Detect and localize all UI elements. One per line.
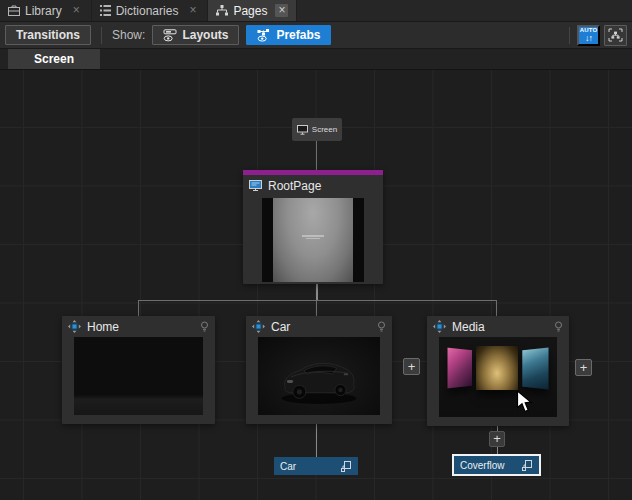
fit-to-view-icon bbox=[608, 28, 623, 42]
page-monitor-icon bbox=[249, 180, 262, 191]
node-label: RootPage bbox=[268, 179, 321, 193]
tab-label: Library bbox=[25, 4, 62, 18]
tab-dictionaries[interactable]: Dictionaries × bbox=[92, 0, 209, 21]
close-icon[interactable]: × bbox=[275, 4, 288, 17]
node-label: Home bbox=[87, 320, 119, 334]
reference-label: Car bbox=[280, 461, 296, 472]
tab-library[interactable]: Library × bbox=[0, 0, 92, 21]
tab-label: Dictionaries bbox=[116, 4, 179, 18]
document-tab-bar: Library × Dictionaries × Pages × bbox=[0, 0, 632, 22]
reference-chip-coverflow[interactable]: Coverflow bbox=[452, 454, 541, 476]
reference-label: Coverflow bbox=[460, 460, 504, 471]
mouse-cursor bbox=[516, 390, 533, 414]
auto-arrange-button[interactable]: AUTO ↓↑ bbox=[577, 25, 600, 46]
node-label: Media bbox=[452, 320, 485, 334]
car-preview bbox=[258, 337, 380, 415]
lightbulb-icon[interactable] bbox=[554, 321, 563, 333]
context-tab-bar: Screen bbox=[0, 49, 632, 70]
tab-label: Pages bbox=[233, 4, 267, 18]
media-preview bbox=[439, 337, 557, 417]
layouts-toggle-button[interactable]: Layouts bbox=[152, 25, 239, 45]
lightbulb-icon[interactable] bbox=[200, 321, 209, 333]
connector bbox=[316, 284, 318, 300]
prefab-placeholder-icon bbox=[341, 461, 352, 472]
layouts-eye-icon bbox=[163, 29, 177, 42]
auto-arrows-icon: ↓↑ bbox=[585, 34, 592, 43]
layouts-label: Layouts bbox=[182, 28, 228, 42]
node-car[interactable]: Car bbox=[246, 316, 392, 424]
node-label: Car bbox=[271, 320, 290, 334]
connector bbox=[316, 300, 317, 316]
pages-toolbar: Transitions Show: Layouts Prefabs AUTO ↓… bbox=[0, 22, 632, 49]
node-screen[interactable]: Screen bbox=[292, 118, 342, 141]
prefabs-toggle-button[interactable]: Prefabs bbox=[246, 25, 331, 45]
node-media[interactable]: Media bbox=[427, 316, 569, 426]
prefab-icon bbox=[252, 320, 265, 333]
list-icon bbox=[100, 5, 111, 16]
prefab-icon bbox=[68, 320, 81, 333]
page-graph-canvas[interactable]: Screen RootPage bbox=[0, 70, 632, 500]
tab-pages[interactable]: Pages × bbox=[208, 0, 297, 21]
node-rootpage[interactable]: RootPage bbox=[243, 170, 383, 284]
lightbulb-icon[interactable] bbox=[377, 321, 386, 333]
prefabs-eye-icon bbox=[257, 29, 271, 42]
rootpage-preview bbox=[262, 198, 364, 282]
show-label: Show: bbox=[112, 28, 145, 42]
connector bbox=[316, 424, 317, 457]
connector bbox=[138, 300, 497, 301]
connector bbox=[316, 141, 317, 170]
prefab-placeholder-icon bbox=[522, 460, 533, 471]
add-sibling-button-media[interactable]: + bbox=[575, 359, 592, 376]
close-icon[interactable]: × bbox=[70, 4, 83, 17]
close-icon[interactable]: × bbox=[186, 4, 199, 17]
fit-to-view-button[interactable] bbox=[604, 25, 627, 46]
toolbar-separator bbox=[569, 27, 570, 44]
tree-icon bbox=[216, 5, 228, 16]
transitions-button[interactable]: Transitions bbox=[5, 25, 91, 45]
add-child-button-media[interactable]: + bbox=[489, 431, 505, 447]
rootpage-preview-caption bbox=[302, 235, 324, 239]
node-home[interactable]: Home bbox=[62, 316, 215, 424]
node-label: Screen bbox=[312, 125, 337, 134]
prefab-icon bbox=[433, 320, 446, 333]
monitor-icon bbox=[297, 125, 308, 135]
toolbox-icon bbox=[8, 5, 20, 16]
home-preview bbox=[74, 337, 203, 415]
tab-screen-context[interactable]: Screen bbox=[8, 49, 100, 69]
coverflow-image-right bbox=[522, 348, 548, 390]
coverflow-image-center bbox=[476, 346, 518, 390]
toolbar-separator bbox=[101, 27, 102, 44]
prefabs-label: Prefabs bbox=[276, 28, 320, 42]
car-image bbox=[263, 343, 375, 409]
reference-chip-car[interactable]: Car bbox=[274, 457, 358, 475]
add-sibling-button-car[interactable]: + bbox=[403, 358, 420, 375]
coverflow-image-left bbox=[448, 348, 472, 389]
connector bbox=[138, 300, 139, 316]
connector bbox=[496, 300, 497, 316]
